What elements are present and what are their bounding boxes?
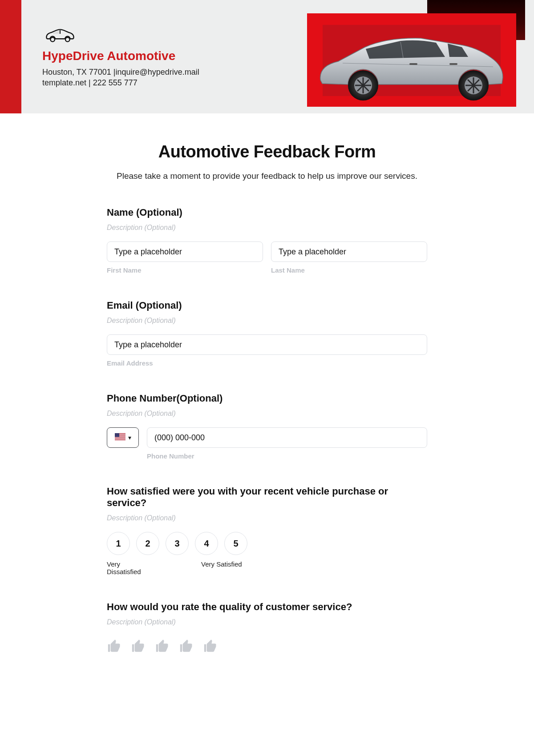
name-desc: Description (Optional) [107,224,427,232]
email-desc: Description (Optional) [107,317,427,325]
us-flag-icon [115,433,125,442]
service-quality-label: How would you rate the quality of custom… [107,601,427,613]
header: HypeDrive Automotive Houston, TX 77001 |… [0,0,534,113]
brand-address-line2: template.net | 222 555 777 [42,77,199,88]
phone-label: Phone Number(Optional) [107,393,427,404]
service-quality-desc: Description (Optional) [107,618,427,626]
email-label: Email (Optional) [107,300,427,311]
first-name-sublabel: First Name [107,266,263,274]
thumb-up-3[interactable] [155,639,170,654]
hero-car-icon [312,31,507,109]
thumb-up-1[interactable] [107,639,122,654]
phone-input[interactable] [147,427,427,448]
email-input[interactable] [107,334,427,355]
service-quality-section: How would you rate the quality of custom… [107,601,427,654]
thumb-up-4[interactable] [179,639,194,654]
name-label: Name (Optional) [107,207,427,218]
thumb-up-2[interactable] [131,639,146,654]
rating-1[interactable]: 1 [107,532,130,555]
brand-contact: Houston, TX 77001 |inquire@hypedrive.mai… [42,67,199,88]
first-name-input[interactable] [107,241,263,262]
svg-rect-18 [449,63,457,65]
satisfaction-desc: Description (Optional) [107,514,427,522]
car-logo-icon [42,27,199,44]
last-name-sublabel: Last Name [271,266,427,274]
satisfaction-section: How satisfied were you with your recent … [107,486,427,575]
phone-desc: Description (Optional) [107,410,427,418]
svg-rect-17 [409,63,417,65]
phone-sublabel: Phone Number [147,452,427,460]
rating-2[interactable]: 2 [136,532,159,555]
rating-5[interactable]: 5 [224,532,247,555]
last-name-input[interactable] [271,241,427,262]
country-code-select[interactable]: ▾ [107,427,139,448]
phone-section: Phone Number(Optional) Description (Opti… [107,393,427,460]
email-sublabel: Email Address [107,359,427,367]
svg-rect-23 [115,437,125,438]
scale-high-anchor: Very Satisfied [201,560,242,575]
email-section: Email (Optional) Description (Optional) … [107,300,427,367]
brand-address-line1: Houston, TX 77001 |inquire@hypedrive.mai… [42,67,199,77]
svg-rect-26 [115,433,119,437]
name-section: Name (Optional) Description (Optional) F… [107,207,427,274]
form: Automotive Feedback Form Please take a m… [107,113,427,654]
satisfaction-label: How satisfied were you with your recent … [107,486,427,509]
accent-bar-left [0,0,21,113]
svg-rect-25 [115,439,125,440]
rating-3[interactable]: 3 [166,532,189,555]
hero-graphic [294,0,525,113]
scale-low-anchor: VeryDissatisfied [107,560,196,575]
chevron-down-icon: ▾ [128,434,131,441]
form-intro: Please take a moment to provide your fee… [107,171,427,181]
svg-point-1 [65,37,70,42]
brand-block: HypeDrive Automotive Houston, TX 77001 |… [42,27,199,88]
thumb-up-5[interactable] [203,639,218,654]
svg-point-0 [50,37,55,42]
brand-name: HypeDrive Automotive [42,49,199,63]
form-title: Automotive Feedback Form [107,142,427,161]
svg-rect-24 [115,438,125,438]
rating-4[interactable]: 4 [195,532,218,555]
